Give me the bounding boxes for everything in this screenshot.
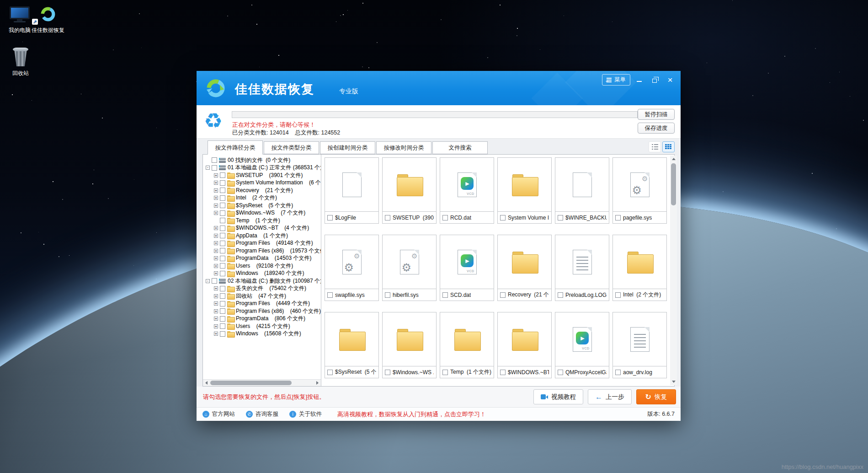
- tree-item[interactable]: +AppData (1 个文件): [204, 232, 321, 240]
- tree-item[interactable]: +$SysReset (5 个文件): [204, 202, 321, 210]
- close-button[interactable]: ×: [663, 75, 677, 85]
- expand-icon[interactable]: +: [214, 226, 218, 230]
- file-tile[interactable]: ▶VCDSCD.dat: [440, 235, 494, 301]
- tree-checkbox[interactable]: [220, 226, 225, 231]
- tree-item[interactable]: +$Windows.~WS (7 个文件): [204, 210, 321, 217]
- tree-item[interactable]: +Intel (2 个文件): [204, 194, 321, 202]
- tree-checkbox[interactable]: [220, 256, 225, 261]
- file-checkbox[interactable]: [327, 215, 333, 220]
- video-tutorial-button[interactable]: 视频教程: [533, 389, 583, 404]
- grid-view-button[interactable]: [662, 141, 675, 152]
- tree-checkbox[interactable]: [220, 172, 225, 178]
- file-checkbox[interactable]: [385, 292, 390, 298]
- list-view-button[interactable]: [649, 141, 661, 152]
- tree-item[interactable]: -01 本地磁盘 (C:) 正常文件 (368531 个文件): [204, 164, 321, 172]
- expand-icon[interactable]: +: [214, 286, 218, 290]
- tab-1[interactable]: 按文件类型分类: [264, 141, 319, 154]
- tree-item[interactable]: +Program Files (4449 个文件): [204, 300, 321, 308]
- file-tile[interactable]: PreloadLog.LOG: [555, 235, 609, 301]
- tree-checkbox[interactable]: [220, 293, 225, 299]
- scrollbar-thumb[interactable]: [671, 163, 676, 205]
- tree-item[interactable]: Temp (1 个文件): [204, 217, 321, 225]
- expand-icon[interactable]: +: [214, 264, 218, 268]
- expand-icon[interactable]: +: [214, 271, 218, 275]
- scroll-right-button[interactable]: [314, 380, 321, 386]
- minimize-button[interactable]: [632, 75, 646, 85]
- tab-3[interactable]: 按修改时间分类: [376, 141, 431, 154]
- expand-icon[interactable]: +: [214, 309, 218, 313]
- tree-item[interactable]: +丢失的文件 (75402 个文件): [204, 285, 321, 293]
- expand-icon[interactable]: +: [214, 234, 218, 238]
- tab-2[interactable]: 按创建时间分类: [320, 141, 375, 154]
- file-checkbox[interactable]: [558, 215, 563, 220]
- desktop-icon-recycle-bin[interactable]: 回收站: [4, 47, 37, 77]
- file-checkbox[interactable]: [558, 292, 563, 298]
- file-tile[interactable]: ⚙⚙swapfile.sys: [325, 235, 379, 301]
- file-checkbox[interactable]: [615, 215, 621, 220]
- file-checkbox[interactable]: [385, 370, 390, 375]
- tree-item[interactable]: +ProgramData (806 个文件): [204, 315, 321, 323]
- titlebar[interactable]: 佳佳数据恢复 专业版 菜单 ×: [197, 71, 681, 105]
- expand-icon[interactable]: +: [214, 256, 218, 260]
- file-checkbox[interactable]: [327, 370, 333, 375]
- official-site-link[interactable]: ⌂ 官方网站: [202, 410, 235, 418]
- tree-checkbox[interactable]: [220, 188, 225, 193]
- tab-0[interactable]: 按文件路径分类: [208, 140, 263, 155]
- file-checkbox[interactable]: [615, 370, 621, 375]
- tree-checkbox[interactable]: [212, 278, 217, 284]
- tree-checkbox[interactable]: [220, 203, 225, 208]
- file-tile[interactable]: Recovery (21 个...: [497, 235, 552, 301]
- file-tile[interactable]: aow_drv.log: [612, 312, 667, 378]
- tree-checkbox[interactable]: [220, 263, 225, 269]
- tree-checkbox[interactable]: [220, 241, 225, 246]
- expand-icon[interactable]: +: [214, 324, 218, 328]
- recover-button[interactable]: ↻ 恢复: [636, 389, 676, 404]
- expand-icon[interactable]: +: [214, 249, 218, 253]
- file-checkbox[interactable]: [500, 370, 506, 375]
- file-checkbox[interactable]: [442, 370, 448, 375]
- scroll-left-button[interactable]: [203, 380, 210, 386]
- scroll-down-button[interactable]: [670, 378, 677, 385]
- expand-icon[interactable]: +: [214, 173, 218, 177]
- file-tile[interactable]: SWSETUP (3901 ...: [382, 157, 437, 224]
- tree-item[interactable]: +Users (4215 个文件): [204, 322, 321, 330]
- file-tile[interactable]: ⚙⚙pagefile.sys: [612, 157, 667, 224]
- desktop-icon-app-shortcut[interactable]: ↗ 佳佳数据恢复: [31, 4, 65, 34]
- tree-item[interactable]: +Program Files (x86) (460 个文件): [204, 307, 321, 315]
- file-tile[interactable]: Temp (1 个文件): [440, 312, 494, 378]
- promo-text[interactable]: 高清视频教程，数据恢复从入门到精通，点击立即学习！: [337, 410, 486, 419]
- file-checkbox[interactable]: [558, 370, 563, 375]
- file-checkbox[interactable]: [327, 292, 333, 298]
- tree-checkbox[interactable]: [220, 271, 225, 276]
- expand-icon[interactable]: +: [214, 332, 218, 336]
- maximize-button[interactable]: [648, 75, 661, 85]
- file-tile[interactable]: Intel (2 个文件): [612, 235, 667, 301]
- tree-checkbox[interactable]: [220, 286, 225, 291]
- tree-item[interactable]: +Windows (189240 个文件): [204, 270, 321, 278]
- expand-icon[interactable]: +: [214, 188, 218, 193]
- tree-item[interactable]: +SWSETUP (3901 个文件): [204, 172, 321, 179]
- tree-checkbox[interactable]: [220, 301, 225, 306]
- about-software-link[interactable]: i 关于软件: [289, 410, 322, 418]
- expand-icon[interactable]: +: [214, 301, 218, 306]
- tree-checkbox[interactable]: [220, 248, 225, 253]
- tree-item[interactable]: +Windows (15608 个文件): [204, 330, 321, 338]
- tree-item[interactable]: +Recovery (21 个文件): [204, 187, 321, 194]
- file-checkbox[interactable]: [442, 292, 448, 298]
- file-checkbox[interactable]: [500, 215, 506, 220]
- collapse-icon[interactable]: -: [206, 279, 210, 283]
- tree-checkbox[interactable]: [220, 233, 225, 238]
- expand-icon[interactable]: +: [214, 196, 218, 200]
- scroll-up-button[interactable]: [670, 156, 677, 162]
- tree-checkbox[interactable]: [220, 308, 225, 314]
- grid-vertical-scrollbar[interactable]: [670, 156, 677, 385]
- tree-item[interactable]: +Program Files (49148 个文件): [204, 240, 321, 247]
- tree-checkbox[interactable]: [212, 165, 217, 171]
- expand-icon[interactable]: +: [214, 317, 218, 321]
- tree-checkbox[interactable]: [220, 323, 225, 329]
- tree-item[interactable]: +ProgramData (14503 个文件): [204, 255, 321, 263]
- menu-button[interactable]: 菜单: [602, 74, 630, 86]
- expand-icon[interactable]: +: [214, 211, 218, 215]
- file-checkbox[interactable]: [615, 292, 621, 298]
- save-progress-button[interactable]: 保存进度: [638, 123, 675, 134]
